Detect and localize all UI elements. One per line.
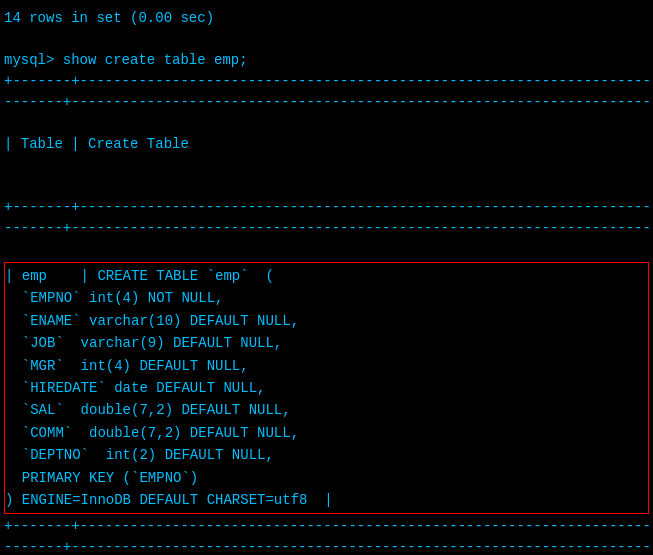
terminal-window: 14 rows in set (0.00 sec) mysql> show cr…	[0, 0, 653, 555]
blank-line-5	[4, 239, 649, 260]
divider-top-2: -------+--------------------------------…	[4, 92, 649, 113]
table-header-create: Create Table	[88, 136, 189, 152]
table-header-table: Table	[21, 136, 63, 152]
divider-top-1: +-------+-------------------------------…	[4, 71, 649, 92]
blank-line-4	[4, 176, 649, 197]
table-content-block: | emp | CREATE TABLE `emp` ( `EMPNO` int…	[5, 265, 648, 511]
blank-line-2	[4, 113, 649, 134]
header-row: | Table | Create Table	[4, 134, 649, 155]
command-line: mysql> show create table emp;	[4, 50, 649, 71]
table-data-section: | emp | CREATE TABLE `emp` ( `EMPNO` int…	[4, 262, 649, 514]
divider-bot-2: -------+--------------------------------…	[4, 537, 649, 555]
divider-mid-2: -------+--------------------------------…	[4, 218, 649, 239]
blank-line-3	[4, 155, 649, 176]
rows-result-line: 14 rows in set (0.00 sec)	[4, 8, 649, 29]
divider-mid-1: +-------+-------------------------------…	[4, 197, 649, 218]
blank-line-1	[4, 29, 649, 50]
divider-bot-1: +-------+-------------------------------…	[4, 516, 649, 537]
